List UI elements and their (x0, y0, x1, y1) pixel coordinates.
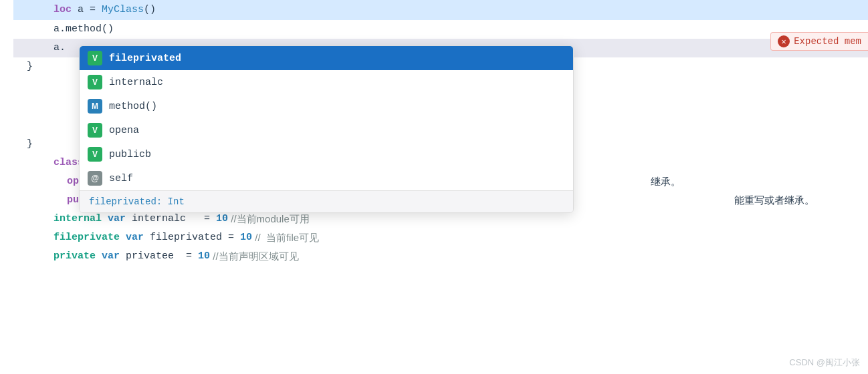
error-icon: ✕ (778, 35, 790, 47)
autocomplete-item-fileprivated[interactable]: V fileprivated (80, 46, 573, 70)
ac-label-opena: opena (109, 125, 139, 136)
ac-hint-text: fileprivated: Int (89, 196, 185, 207)
autocomplete-item-method[interactable]: M method() (80, 94, 573, 118)
ac-label-fileprivated: fileprivated (109, 53, 181, 64)
autocomplete-item-self[interactable]: @ self (80, 166, 573, 190)
ac-icon-v4: V (88, 147, 102, 162)
ac-icon-v: V (88, 51, 102, 65)
error-message: Expected mem (794, 36, 861, 47)
code-line-private: private var privatee = 10 //当前声明区域可见 (13, 247, 868, 266)
ac-icon-v3: V (88, 123, 102, 138)
ac-icon-v2: V (88, 75, 102, 89)
ac-icon-at: @ (88, 171, 102, 186)
code-line-1: loc a = MyClass() (13, 0, 868, 20)
ac-label-publicb: publicb (109, 149, 151, 160)
code-line-2: a.method() (13, 20, 868, 39)
autocomplete-item-opena[interactable]: V opena (80, 118, 573, 142)
ac-label-method: method() (109, 101, 157, 112)
autocomplete-dropdown: V fileprivated V internalc M method() V … (79, 45, 574, 213)
error-badge: ✕ Expected mem (770, 32, 868, 51)
ac-label-self: self (109, 173, 133, 184)
editor-container: loc a = MyClass() a.method() a. } } clas… (0, 0, 868, 374)
ac-icon-m: M (88, 99, 102, 114)
watermark: CSDN @闽江小张 (789, 357, 860, 369)
ac-label-internalc: internalc (109, 77, 163, 88)
autocomplete-item-publicb[interactable]: V publicb (80, 142, 573, 166)
code-line-fileprivate: fileprivate var fileprivated = 10 // 当前f… (13, 228, 868, 247)
autocomplete-hint: fileprivated: Int (80, 190, 573, 212)
autocomplete-item-internalc[interactable]: V internalc (80, 70, 573, 94)
